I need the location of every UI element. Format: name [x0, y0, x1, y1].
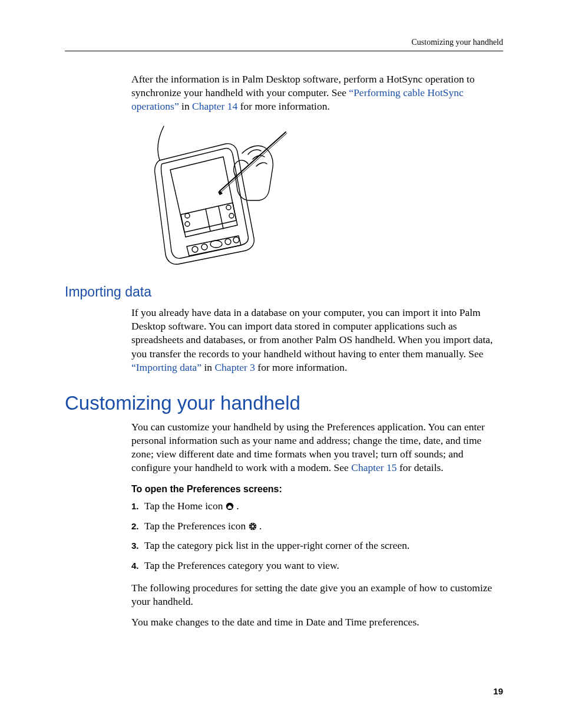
svg-point-6	[192, 246, 198, 252]
step-text-b: .	[236, 500, 239, 512]
svg-point-7	[201, 244, 207, 250]
step-number: 2.	[131, 519, 144, 533]
after-paragraph-2: You make changes to the date and time in…	[131, 615, 501, 629]
steps-list: 1. Tap the Home icon . 2. Tap the Prefer…	[131, 499, 501, 573]
handheld-drawing	[131, 120, 290, 268]
customizing-text-b: for details.	[397, 462, 444, 473]
customizing-block: You can customize your handheld by using…	[131, 420, 501, 629]
svg-point-8	[210, 241, 222, 248]
step-2: 2. Tap the Preferences icon .	[131, 519, 501, 533]
step-number: 3.	[131, 539, 144, 553]
svg-line-0	[206, 209, 210, 231]
step-text: Tap the Preferences icon .	[144, 519, 262, 533]
home-icon	[226, 502, 234, 510]
page-number: 19	[493, 686, 503, 696]
procedure-title: To open the Preferences screens:	[131, 484, 501, 495]
svg-point-10	[233, 237, 239, 243]
heading-customizing: Customizing your handheld	[65, 392, 503, 414]
step-4: 4. Tap the Preferences category you want…	[131, 559, 501, 573]
svg-point-15	[252, 525, 254, 528]
svg-point-2	[185, 213, 190, 218]
step-text-a: Tap the Preferences icon	[144, 520, 249, 532]
step-3: 3. Tap the category pick list in the upp…	[131, 539, 501, 553]
illustration-handheld-stylus	[131, 120, 501, 270]
step-text-b: .	[259, 520, 262, 532]
customizing-paragraph: You can customize your handheld by using…	[131, 420, 501, 475]
step-text-a: Tap the Home icon	[144, 500, 226, 512]
importing-block: If you already have data in a database o…	[131, 306, 501, 374]
link-chapter-15[interactable]: Chapter 15	[351, 462, 396, 473]
step-1: 1. Tap the Home icon .	[131, 499, 501, 513]
importing-text-c: for more information.	[255, 361, 347, 373]
preferences-icon	[249, 522, 257, 531]
intro-text-b: in	[179, 100, 192, 112]
link-chapter-3[interactable]: Chapter 3	[214, 361, 255, 373]
step-text: Tap the Preferences category you want to…	[144, 559, 339, 573]
step-number: 1.	[131, 499, 144, 513]
svg-point-5	[229, 213, 234, 218]
importing-text-b: in	[201, 361, 214, 373]
svg-point-4	[226, 205, 231, 210]
page: Customizing your handheld After the info…	[0, 0, 562, 728]
svg-line-12	[221, 133, 287, 192]
intro-block: After the information is in Palm Desktop…	[131, 73, 501, 270]
link-importing-data[interactable]: “Importing data”	[131, 361, 201, 373]
svg-line-11	[220, 132, 286, 191]
step-number: 4.	[131, 559, 144, 573]
link-chapter-14[interactable]: Chapter 14	[192, 100, 237, 112]
step-text: Tap the category pick list in the upper-…	[144, 539, 409, 553]
header-rule	[65, 51, 503, 51]
svg-line-1	[219, 206, 223, 229]
running-head: Customizing your handheld	[65, 38, 503, 47]
heading-importing-data: Importing data	[65, 284, 503, 300]
intro-text-c: for more information.	[237, 100, 329, 112]
svg-point-3	[185, 222, 190, 226]
step-text: Tap the Home icon .	[144, 499, 239, 513]
intro-paragraph: After the information is in Palm Desktop…	[131, 73, 501, 113]
importing-paragraph: If you already have data in a database o…	[131, 306, 501, 374]
svg-point-9	[225, 239, 231, 245]
after-paragraph-1: The following procedures for setting the…	[131, 581, 501, 608]
importing-text-a: If you already have data in a database o…	[131, 307, 492, 359]
